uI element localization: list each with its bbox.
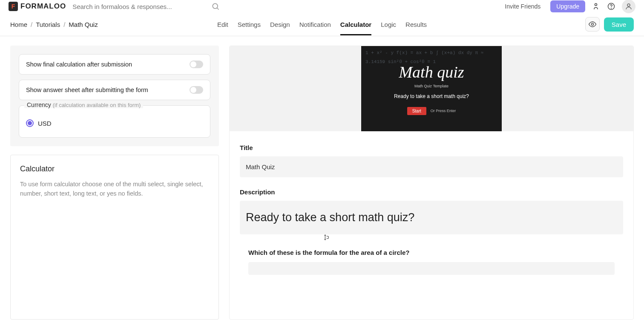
hero-press-hint: Or Press Enter bbox=[431, 109, 456, 113]
hero-card[interactable]: 1 + x² - y f(x) = ax + b ∫ (x+a) dx dy π… bbox=[361, 46, 502, 131]
question-1-label: Which of these is the formula for the ar… bbox=[240, 249, 623, 256]
tab-logic[interactable]: Logic bbox=[381, 14, 396, 35]
save-button[interactable]: Save bbox=[604, 17, 634, 32]
currency-hint: (if calculation available on this form) bbox=[53, 102, 141, 108]
hero-subtitle: Math Quiz Template bbox=[414, 84, 448, 88]
breadcrumb-sep: / bbox=[31, 21, 32, 28]
app-header: F FORMALOO Invite Friends Upgrade bbox=[0, 0, 644, 13]
notification-icon[interactable] bbox=[591, 2, 601, 11]
breadcrumb: Home / Tutorials / Math Quiz bbox=[10, 21, 98, 28]
chalk-background: 1 + x² - y f(x) = ax + b ∫ (x+a) dx dy π… bbox=[361, 46, 502, 131]
preview-button[interactable] bbox=[585, 17, 600, 32]
toggle-show-final[interactable] bbox=[190, 61, 203, 68]
svg-point-4 bbox=[611, 8, 612, 9]
tab-notification[interactable]: Notification bbox=[299, 14, 331, 35]
logo[interactable]: F FORMALOO bbox=[9, 2, 66, 11]
description-input[interactable]: Ready to take a short math quiz? bbox=[240, 201, 623, 234]
svg-point-6 bbox=[591, 23, 593, 26]
radio-label: USD bbox=[38, 120, 52, 127]
eye-icon bbox=[588, 20, 597, 29]
hero-strip: 1 + x² - y f(x) = ax + b ∫ (x+a) dx dy π… bbox=[230, 46, 633, 131]
calculator-description: To use form calculator choose one of the… bbox=[20, 179, 209, 199]
search-input[interactable] bbox=[72, 3, 209, 10]
help-icon[interactable] bbox=[607, 2, 616, 11]
tab-design[interactable]: Design bbox=[270, 14, 290, 35]
currency-box: Currency (if calculation available on th… bbox=[19, 105, 210, 138]
form-preview: 1 + x² - y f(x) = ax + b ∫ (x+a) dx dy π… bbox=[229, 46, 634, 320]
setting-label: Show answer sheet after submitting the f… bbox=[26, 87, 148, 93]
sub-header: Home / Tutorials / Math Quiz Edit Settin… bbox=[0, 13, 644, 36]
tabs: Edit Settings Design Notification Calcul… bbox=[217, 14, 427, 35]
currency-legend: Currency (if calculation available on th… bbox=[24, 101, 143, 108]
radio-icon bbox=[26, 119, 34, 127]
tab-edit[interactable]: Edit bbox=[217, 14, 228, 35]
question-1-options[interactable] bbox=[248, 262, 615, 275]
setting-label: Show final calculation after submission bbox=[26, 61, 132, 68]
main: Show final calculation after submission … bbox=[0, 36, 644, 329]
svg-line-1 bbox=[217, 8, 219, 10]
tab-settings[interactable]: Settings bbox=[238, 14, 261, 35]
sub-header-actions: Save bbox=[585, 17, 634, 32]
breadcrumb-home[interactable]: Home bbox=[10, 21, 27, 28]
setting-show-final: Show final calculation after submission bbox=[19, 54, 210, 75]
calculator-title: Calculator bbox=[20, 164, 209, 173]
svg-point-2 bbox=[595, 3, 597, 6]
svg-point-5 bbox=[627, 4, 630, 6]
breadcrumb-sep: / bbox=[63, 21, 65, 28]
logo-icon: F bbox=[9, 2, 18, 11]
settings-panel: Show final calculation after submission … bbox=[10, 46, 219, 146]
toggle-show-answer[interactable] bbox=[190, 86, 203, 94]
tab-results[interactable]: Results bbox=[405, 14, 427, 35]
breadcrumb-current: Math Quiz bbox=[69, 21, 98, 28]
form-fields: Title Description Ready to take a short … bbox=[230, 131, 633, 288]
search-icon[interactable] bbox=[211, 2, 220, 11]
avatar[interactable] bbox=[622, 0, 635, 13]
hero-title: Math quiz bbox=[399, 63, 464, 81]
breadcrumb-tutorials[interactable]: Tutorials bbox=[36, 21, 60, 28]
title-label: Title bbox=[240, 144, 623, 151]
invite-friends-link[interactable]: Invite Friends bbox=[501, 1, 544, 12]
title-input[interactable] bbox=[240, 156, 623, 177]
upgrade-button[interactable]: Upgrade bbox=[550, 0, 585, 12]
currency-label: Currency bbox=[27, 101, 51, 108]
description-label: Description bbox=[240, 188, 623, 196]
hero-start-button[interactable]: Start bbox=[407, 107, 426, 115]
currency-option-usd[interactable]: USD bbox=[26, 119, 203, 127]
tab-calculator[interactable]: Calculator bbox=[340, 14, 371, 35]
search-wrap bbox=[72, 2, 494, 11]
sidebar: Show final calculation after submission … bbox=[10, 46, 219, 320]
hero-question: Ready to take a short math quiz? bbox=[394, 93, 469, 99]
header-actions: Invite Friends Upgrade bbox=[501, 0, 635, 13]
svg-point-0 bbox=[213, 3, 218, 9]
setting-show-answer: Show answer sheet after submitting the f… bbox=[19, 80, 210, 100]
hero-actions: Start Or Press Enter bbox=[407, 107, 456, 115]
logo-text: FORMALOO bbox=[20, 2, 66, 11]
calculator-panel: Calculator To use form calculator choose… bbox=[10, 155, 219, 320]
